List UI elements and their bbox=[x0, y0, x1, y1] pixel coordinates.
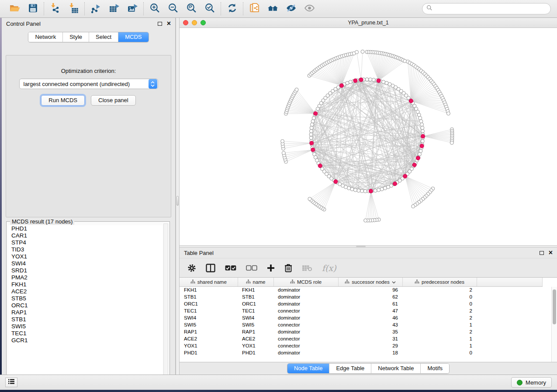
network-node[interactable] bbox=[310, 123, 314, 126]
export-table-button[interactable] bbox=[107, 2, 121, 15]
network-hub-node[interactable] bbox=[369, 189, 373, 193]
mcds-result-item[interactable]: CAR1 bbox=[8, 232, 163, 239]
column-header-predecessor-nodes[interactable]: predecessor nodes bbox=[402, 278, 477, 286]
network-node[interactable] bbox=[313, 152, 316, 156]
network-node[interactable] bbox=[309, 129, 313, 133]
open-session-button[interactable] bbox=[7, 2, 21, 15]
network-node[interactable] bbox=[282, 151, 285, 155]
cell-name[interactable]: RAP1 bbox=[238, 328, 273, 335]
vertical-splitter[interactable] bbox=[176, 18, 180, 375]
network-hub-node[interactable] bbox=[421, 134, 425, 138]
table-row[interactable]: SWI4SWI4dominator462 bbox=[180, 314, 542, 321]
network-node[interactable] bbox=[363, 189, 367, 193]
cell-predecessor-nodes[interactable]: 2 bbox=[402, 328, 477, 335]
cell-successor-nodes[interactable]: 35 bbox=[338, 328, 402, 335]
cell-name[interactable]: PHD1 bbox=[238, 349, 273, 356]
mcds-result-item[interactable]: ORC1 bbox=[8, 302, 163, 309]
table-settings-button[interactable] bbox=[187, 264, 196, 272]
mcds-result-item[interactable]: FKH1 bbox=[8, 281, 163, 288]
cell-shared-name[interactable]: SWI5 bbox=[180, 321, 238, 328]
network-node[interactable] bbox=[421, 126, 424, 130]
table-row[interactable]: YOX1YOX1connector291 bbox=[180, 342, 542, 349]
network-graph[interactable] bbox=[180, 28, 556, 245]
mcds-result-item[interactable]: STP4 bbox=[8, 239, 163, 246]
cell-predecessor-nodes[interactable]: 0 bbox=[402, 293, 477, 300]
cell-name[interactable]: FKH1 bbox=[238, 286, 273, 293]
close-panel-button[interactable]: Close panel bbox=[91, 95, 136, 106]
search-input[interactable] bbox=[435, 6, 547, 12]
network-hub-node[interactable] bbox=[420, 144, 424, 148]
add-column-button[interactable] bbox=[267, 264, 275, 272]
export-image-button[interactable] bbox=[125, 2, 139, 15]
cell-shared-name[interactable]: RAP1 bbox=[180, 328, 238, 335]
network-hub-node[interactable] bbox=[377, 79, 381, 83]
mcds-result-item[interactable]: YOX1 bbox=[8, 253, 163, 260]
network-node[interactable] bbox=[420, 123, 424, 126]
mcds-result-item[interactable]: PMA2 bbox=[8, 274, 163, 281]
delete-column-button[interactable] bbox=[284, 264, 292, 272]
network-node[interactable] bbox=[308, 197, 311, 201]
show-all-button[interactable] bbox=[302, 2, 316, 15]
scrollbar-thumb[interactable] bbox=[553, 289, 556, 324]
network-hub-node[interactable] bbox=[311, 148, 315, 152]
mcds-result-item[interactable]: GCR1 bbox=[8, 337, 163, 344]
table-row[interactable]: SWI5SWI5connector431 bbox=[180, 321, 542, 328]
mcds-result-item[interactable]: STB5 bbox=[8, 295, 163, 302]
network-node[interactable] bbox=[374, 189, 377, 193]
network-hub-node[interactable] bbox=[409, 99, 413, 103]
splitter-handle[interactable] bbox=[356, 246, 366, 247]
network-hub-node[interactable] bbox=[339, 83, 343, 87]
network-hub-node[interactable] bbox=[403, 174, 407, 178]
network-hub-node[interactable] bbox=[310, 141, 314, 145]
tab-motifs[interactable]: Motifs bbox=[420, 364, 449, 373]
cell-shared-name[interactable]: ACE2 bbox=[180, 335, 238, 342]
cell-name[interactable]: ORC1 bbox=[238, 300, 273, 307]
network-node[interactable] bbox=[309, 133, 313, 136]
table-row[interactable]: ACE2ACE2connector311 bbox=[180, 335, 542, 342]
cell-MCDS-role[interactable]: dominator bbox=[273, 328, 338, 335]
cell-predecessor-nodes[interactable]: 2 bbox=[402, 307, 477, 314]
mcds-result-item[interactable]: ACE2 bbox=[8, 288, 163, 295]
cell-name[interactable]: SWI5 bbox=[238, 321, 273, 328]
network-hub-node[interactable] bbox=[314, 111, 318, 115]
network-node[interactable] bbox=[421, 139, 424, 143]
network-node[interactable] bbox=[349, 80, 352, 84]
cell-name[interactable]: TEC1 bbox=[238, 307, 273, 314]
tab-edge-table[interactable]: Edge Table bbox=[329, 364, 371, 373]
zoom-fit-button[interactable] bbox=[184, 2, 198, 15]
float-panel-icon[interactable] bbox=[540, 251, 544, 255]
cell-name[interactable]: ACE2 bbox=[238, 335, 273, 342]
cell-predecessor-nodes[interactable]: 1 bbox=[402, 342, 477, 349]
criterion-select[interactable]: largest connected component (undirected) bbox=[19, 79, 158, 89]
tab-node-table[interactable]: Node Table bbox=[287, 364, 329, 373]
network-node[interactable] bbox=[377, 188, 381, 192]
network-node[interactable] bbox=[380, 187, 384, 191]
network-node[interactable] bbox=[295, 88, 298, 91]
mcds-result-item[interactable]: TEC1 bbox=[8, 330, 163, 337]
first-neighbors-button[interactable] bbox=[266, 2, 280, 15]
network-node[interactable] bbox=[355, 50, 359, 54]
cell-shared-name[interactable]: FKH1 bbox=[180, 286, 238, 293]
network-hub-node[interactable] bbox=[359, 78, 363, 82]
cell-shared-name[interactable]: SWI4 bbox=[180, 314, 238, 321]
cell-MCDS-role[interactable]: connector bbox=[273, 342, 338, 349]
show-columns-button[interactable] bbox=[206, 264, 215, 272]
close-panel-icon[interactable]: × bbox=[549, 251, 553, 255]
save-session-button[interactable] bbox=[26, 2, 40, 15]
network-hub-node[interactable] bbox=[393, 182, 397, 186]
cell-successor-nodes[interactable]: 18 bbox=[338, 349, 402, 356]
tab-select[interactable]: Select bbox=[89, 32, 118, 42]
zoom-selected-button[interactable] bbox=[203, 2, 217, 15]
cell-MCDS-role[interactable]: dominator bbox=[273, 293, 338, 300]
mcds-list-scrollbar[interactable] bbox=[163, 224, 168, 382]
network-node[interactable] bbox=[419, 116, 422, 120]
search-field[interactable] bbox=[422, 3, 551, 14]
cell-predecessor-nodes[interactable]: 1 bbox=[402, 321, 477, 328]
deselect-all-button[interactable] bbox=[246, 265, 257, 271]
network-node[interactable] bbox=[357, 189, 360, 193]
network-hub-node[interactable] bbox=[318, 164, 322, 168]
cell-successor-nodes[interactable]: 61 bbox=[338, 300, 402, 307]
close-panel-icon[interactable]: × bbox=[167, 21, 171, 26]
cell-shared-name[interactable]: STB1 bbox=[180, 293, 238, 300]
import-table-button[interactable] bbox=[66, 2, 80, 15]
